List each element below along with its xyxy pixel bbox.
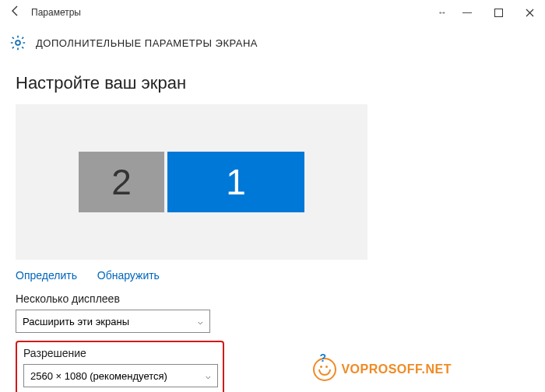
back-button[interactable] [0, 5, 31, 20]
watermark: VOPROSOFF.NET [313, 358, 452, 381]
multi-display-select[interactable]: Расширить эти экраны ⌵ [16, 310, 210, 333]
minimize-button[interactable]: — [452, 2, 483, 23]
monitor-2-label: 2 [111, 161, 132, 203]
close-button[interactable] [514, 2, 545, 23]
multi-display-value: Расширить эти экраны [23, 316, 129, 327]
highlight-box: Разрешение 2560 × 1080 (рекомендуется) ⌵ [16, 341, 224, 392]
identify-link[interactable]: Определить [16, 269, 77, 282]
title-bar: Параметры ↔ — [0, 0, 545, 25]
multi-display-label: Несколько дисплеев [16, 292, 529, 305]
detect-link[interactable]: Обнаружить [97, 269, 160, 282]
chevron-down-icon: ⌵ [198, 317, 203, 327]
watermark-icon [313, 358, 336, 381]
monitor-2[interactable]: 2 [79, 152, 164, 212]
page-title: Настройте ваш экран [16, 73, 529, 93]
sub-header-title: ДОПОЛНИТЕЛЬНЫЕ ПАРАМЕТРЫ ЭКРАНА [36, 37, 258, 49]
sub-header: ДОПОЛНИТЕЛЬНЫЕ ПАРАМЕТРЫ ЭКРАНА [0, 25, 545, 61]
resolution-value: 2560 × 1080 (рекомендуется) [30, 370, 167, 382]
swap-icon: ↔ [433, 7, 452, 18]
svg-rect-0 [494, 9, 502, 16]
resolution-label: Разрешение [23, 347, 216, 359]
maximize-button[interactable] [483, 2, 514, 23]
resolution-select[interactable]: 2560 × 1080 (рекомендуется) ⌵ [23, 364, 218, 387]
monitor-1-label: 1 [226, 161, 246, 203]
svg-point-1 [16, 40, 20, 45]
display-arrangement-area[interactable]: 2 1 [16, 104, 367, 260]
monitor-1[interactable]: 1 [167, 152, 304, 212]
chevron-down-icon: ⌵ [206, 371, 211, 381]
window-title: Параметры [31, 7, 81, 18]
gear-icon [9, 34, 26, 51]
watermark-text: VOPROSOFF.NET [341, 362, 452, 376]
